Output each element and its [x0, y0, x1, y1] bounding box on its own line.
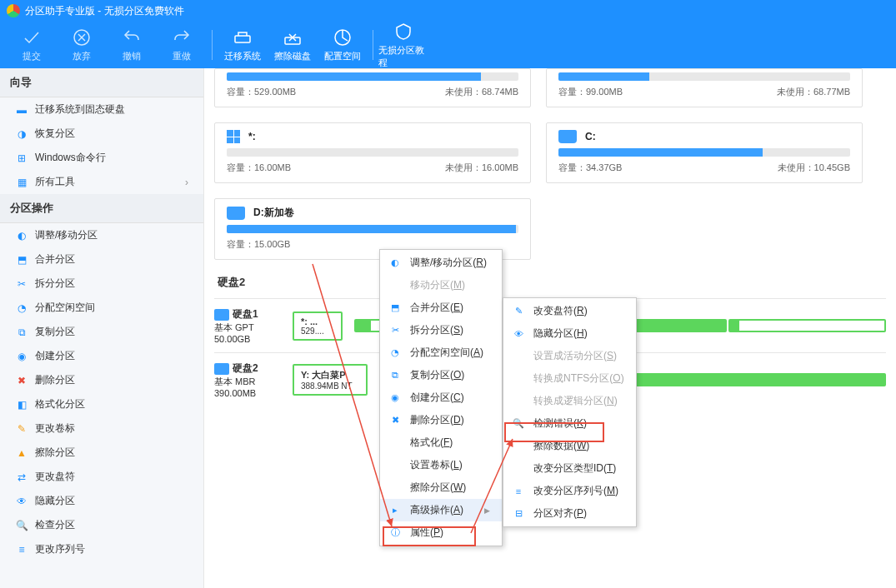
menu-icon: ✂: [388, 324, 402, 337]
ctx-item-W[interactable]: 擦除分区(W): [380, 476, 502, 499]
menu-icon: ✖: [388, 414, 402, 427]
create-icon: ◉: [15, 350, 28, 363]
menu-icon: ⊟: [512, 507, 525, 521]
serial-icon: ≡: [15, 543, 28, 556]
sidebar-change-letter[interactable]: ⇄更改盘符: [0, 465, 203, 489]
split-icon: ✂: [15, 277, 28, 291]
sidebar-resize-move[interactable]: ◐调整/移动分区: [0, 223, 203, 247]
sidebar-wipe-partition[interactable]: ▲擦除分区: [0, 441, 203, 465]
windows-icon: [227, 130, 240, 143]
ctx-item-L[interactable]: 设置卷标(L): [380, 454, 502, 476]
app-logo-icon: [7, 4, 20, 17]
partition-card[interactable]: 容量：529.00MB未使用：68.74MB: [214, 68, 531, 107]
disk-icon: [214, 363, 229, 375]
partition-card-star[interactable]: *: 容量：16.00MB未使用：16.00MB: [214, 122, 531, 183]
discard-button[interactable]: 放弃: [57, 22, 107, 68]
ctx-item-R[interactable]: ◐调整/移动分区(R): [380, 252, 502, 274]
menu-icon: ▸: [388, 504, 402, 517]
format-icon: ◧: [15, 398, 28, 411]
ctx-sub-item-H[interactable]: 👁隐藏分区(H): [503, 322, 636, 345]
sidebar: 向导 ▬迁移系统到固态硬盘 ◑恢复分区 ⊞Windows命令行 ▦所有工具› 分…: [0, 68, 204, 588]
ctx-item-F[interactable]: 格式化(F): [380, 431, 502, 454]
ctx-item-S[interactable]: ✂拆分分区(S): [380, 319, 502, 341]
ctx-item-M[interactable]: 移动分区(M): [380, 274, 502, 296]
menu-icon: [512, 440, 525, 453]
drive-icon: [558, 130, 577, 143]
ctx-sub-item-S[interactable]: 设置成活动分区(S): [503, 345, 636, 367]
label-icon: ✎: [15, 422, 28, 436]
partition-card-c[interactable]: C: 容量：34.37GB未使用：10.45GB: [546, 122, 863, 183]
ctx-item-A[interactable]: ▸高级操作(A)▶: [380, 499, 502, 521]
menu-icon: [512, 395, 525, 408]
sidebar-create[interactable]: ◉创建分区: [0, 344, 203, 368]
sidebar-recover-partition[interactable]: ◑恢复分区: [0, 122, 203, 146]
drive-icon: ▬: [15, 103, 28, 117]
sidebar-migrate-ssd[interactable]: ▬迁移系统到固态硬盘: [0, 97, 203, 122]
ctx-sub-item-P[interactable]: ⊟分区对齐(P): [503, 502, 636, 525]
menu-icon: [388, 279, 402, 292]
ctx-sub-item-T[interactable]: 改变分区类型ID(T): [503, 457, 636, 480]
migrate-os-button[interactable]: 迁移系统: [218, 22, 268, 68]
ctx-item-O[interactable]: ⧉复制分区(O): [380, 364, 502, 386]
ctx-item-E[interactable]: ⬒合并分区(E): [380, 296, 502, 319]
sidebar-hide[interactable]: 👁隐藏分区: [0, 489, 203, 513]
sidebar-windows-cmd[interactable]: ⊞Windows命令行: [0, 146, 203, 170]
menu-icon: 👁: [512, 327, 525, 341]
sidebar-merge[interactable]: ⬒合并分区: [0, 247, 203, 272]
commit-button[interactable]: 提交: [7, 22, 57, 68]
disk2-title: 硬盘2: [218, 275, 886, 290]
sidebar-all-tools[interactable]: ▦所有工具›: [0, 170, 203, 194]
ctx-sub-item-N[interactable]: 转换成逻辑分区(N): [503, 390, 636, 412]
sidebar-wizard-header: 向导: [0, 68, 203, 97]
titlebar-text: 分区助手专业版 - 无损分区免费软件: [25, 4, 184, 18]
hide-icon: 👁: [15, 495, 28, 508]
letter-icon: ⇄: [15, 471, 28, 484]
wipe-disk-button[interactable]: 擦除磁盘: [268, 22, 318, 68]
ctx-sub-item-M[interactable]: ≡改变分区序列号(M): [503, 480, 636, 502]
partition-box[interactable]: Y: 大白菜P388.94MB NT: [293, 364, 368, 396]
menu-icon: ⓘ: [388, 526, 402, 540]
ctx-sub-item-R[interactable]: ✎改变盘符(R): [503, 300, 636, 322]
ctx-item-D[interactable]: ✖删除分区(D): [380, 409, 502, 431]
sidebar-allocate[interactable]: ◔分配空闲空间: [0, 296, 203, 320]
menu-icon: [512, 372, 525, 386]
recover-icon: ◑: [15, 127, 28, 141]
wipe-icon: ▲: [15, 446, 28, 460]
menu-icon: ≡: [512, 485, 525, 498]
sidebar-check[interactable]: 🔍检查分区: [0, 513, 203, 537]
tutorial-button[interactable]: 无损分区教程: [378, 22, 428, 68]
menu-icon: [512, 350, 525, 363]
undo-button[interactable]: 撤销: [107, 22, 157, 68]
context-submenu-advanced: ✎改变盘符(R)👁隐藏分区(H)设置成活动分区(S)转换成NTFS分区(O)转换…: [503, 297, 637, 527]
disk-icon: [214, 309, 229, 321]
svg-rect-3: [235, 36, 250, 42]
ctx-sub-item-W[interactable]: 擦除数据(W): [503, 435, 636, 457]
ctx-sub-item-O[interactable]: 转换成NTFS分区(O): [503, 367, 636, 390]
menu-icon: ◉: [388, 391, 402, 405]
ctx-item-C[interactable]: ◉创建分区(C): [380, 386, 502, 409]
sidebar-format[interactable]: ◧格式化分区: [0, 392, 203, 416]
menu-icon: [512, 462, 525, 476]
svg-rect-4: [285, 37, 300, 44]
allocate-icon: ◔: [15, 301, 28, 315]
sidebar-change-label[interactable]: ✎更改卷标: [0, 416, 203, 441]
delete-icon: ✖: [15, 374, 28, 387]
menu-icon: [388, 481, 402, 495]
menu-icon: ⧉: [388, 369, 402, 382]
allocate-space-button[interactable]: 配置空间: [318, 22, 368, 68]
ctx-sub-item-K[interactable]: 🔍检测错误(K): [503, 412, 636, 435]
sidebar-ops-header: 分区操作: [0, 194, 203, 223]
partition-card[interactable]: 容量：99.00MB未使用：68.77MB: [546, 68, 863, 107]
sidebar-delete[interactable]: ✖删除分区: [0, 368, 203, 392]
ctx-item-P[interactable]: ⓘ属性(P): [380, 521, 502, 544]
copy-icon: ⧉: [15, 326, 28, 339]
partition-box[interactable]: *: ...529....: [293, 311, 343, 341]
titlebar: 分区助手专业版 - 无损分区免费软件: [0, 0, 896, 22]
sidebar-split[interactable]: ✂拆分分区: [0, 272, 203, 296]
sidebar-copy[interactable]: ⧉复制分区: [0, 320, 203, 344]
windows-icon: ⊞: [15, 152, 28, 165]
merge-icon: ⬒: [15, 253, 28, 267]
redo-button[interactable]: 重做: [157, 22, 207, 68]
sidebar-change-serial[interactable]: ≡更改序列号: [0, 537, 203, 561]
ctx-item-A[interactable]: ◔分配空闲空间(A): [380, 341, 502, 364]
